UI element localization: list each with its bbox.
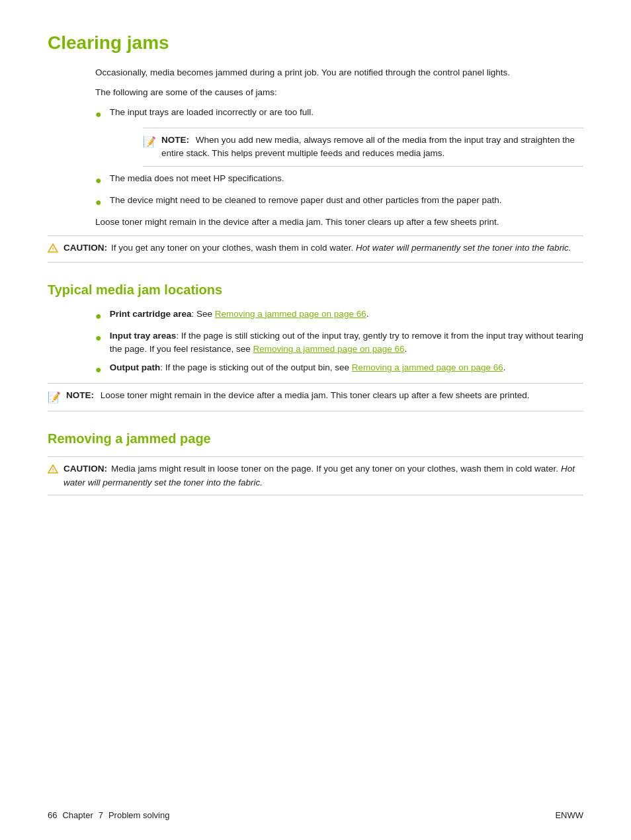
bullet-dot-1: ● [95,106,102,122]
section2-text-before-link-3: : If the page is sticking out of the out… [160,362,352,372]
section2-bullet-item-3: ● Output path: If the page is sticking o… [95,361,583,378]
section2-link-1[interactable]: Removing a jammed page on page 66 [215,309,366,319]
footer-right: ENWW [555,810,583,820]
chapter-title: Clearing jams [48,32,583,54]
caution-label-1: CAUTION: [63,243,107,253]
bullet-item-2: ● The media does not meet HP specificati… [95,172,583,189]
section2-bullet-text-2: Input tray areas: If the page is still s… [110,329,583,357]
section2-term-2: Input tray areas [110,331,177,341]
footer-chapter-number: 7 [99,810,103,820]
caution-text-1: If you get any toner on your clothes, wa… [111,243,353,253]
caution-box-1: ! CAUTION:If you get any toner on your c… [48,235,583,263]
section3-title: Removing a jammed page [48,430,583,447]
section2-link-2[interactable]: Removing a jammed page on page 66 [253,344,405,354]
note-text-1: When you add new media, always remove al… [161,135,575,158]
section2-text-after-link-2: . [404,344,407,354]
section2-bullet-dot-1: ● [95,308,102,324]
bullet-text-2: The media does not meet HP specification… [110,172,583,185]
footer-chapter-title: Problem solving [108,810,170,820]
note-icon-2: 📝 [48,390,61,405]
footer-left: 66 Chapter 7 Problem solving [48,810,169,820]
section2-bullet-text-3: Output path: If the page is sticking out… [110,361,583,374]
footer-page-number: 66 [48,810,57,820]
svg-text:!: ! [52,246,54,252]
intro-paragraph-2: The following are some of the causes of … [95,86,583,99]
bullet-dot-2: ● [95,173,102,189]
section2-bullet-text-1: Print cartridge area: See Removing a jam… [110,308,583,321]
caution-box-2: ! CAUTION:Media jams might result in loo… [48,456,583,495]
note-label-2: NOTE: [66,390,94,400]
section2-bullet-dot-2: ● [95,330,102,346]
note-box-2: 📝 NOTE: Loose toner might remain in the … [48,383,583,411]
section2-text-before-link-1: : See [191,309,214,319]
section2-text-after-link-3: . [503,362,506,372]
note-label-1: NOTE: [161,135,189,145]
section2-term-1: Print cartridge area [110,309,192,319]
svg-text:!: ! [52,467,54,473]
bullet-item-3: ● The device might need to be cleaned to… [95,194,583,210]
section2-term-3: Output path [110,362,160,372]
note-box-1: 📝 NOTE: When you add new media, always r… [143,128,583,167]
caution-triangle-icon-2: ! [48,464,58,478]
section2-link-3[interactable]: Removing a jammed page on page 66 [352,362,503,372]
footer-chapter-label: Chapter [62,810,93,820]
section2-title: Typical media jam locations [48,281,583,298]
section2-bullet-list: ● Print cartridge area: See Removing a j… [95,308,583,378]
section2-bullet-item-1: ● Print cartridge area: See Removing a j… [95,308,583,324]
caution-text-2: Media jams might result in loose toner o… [111,464,558,474]
caution-italic-1: Hot water will permanently set the toner… [356,243,571,253]
caution-triangle-icon-1: ! [48,243,58,257]
section2-text-after-link-1: . [366,309,369,319]
causes-list: ● The input trays are loaded incorrectly… [95,106,583,210]
page-container: Clearing jams Occasionally, media become… [0,0,631,840]
section2-bullet-item-2: ● Input tray areas: If the page is still… [95,329,583,357]
bullet-text-1: The input trays are loaded incorrectly o… [110,106,583,119]
section2-bullet-dot-3: ● [95,362,102,378]
page-footer: 66 Chapter 7 Problem solving ENWW [0,810,631,820]
loose-toner-text: Loose toner might remain in the device a… [95,216,583,229]
bullet-item-1: ● The input trays are loaded incorrectly… [95,106,583,122]
note-icon-1: 📝 [143,134,156,150]
caution-content-1: CAUTION:If you get any toner on your clo… [63,241,571,255]
note-content-2: NOTE: Loose toner might remain in the de… [66,389,530,402]
note-content-1: NOTE: When you add new media, always rem… [161,134,583,161]
bullet-text-3: The device might need to be cleaned to r… [110,194,583,207]
caution-label-2: CAUTION: [63,464,107,474]
bullet-dot-3: ● [95,194,102,210]
note-text-2: Loose toner might remain in the device a… [101,390,530,400]
footer-enww: ENWW [555,810,583,820]
caution-content-2: CAUTION:Media jams might result in loose… [63,462,583,489]
intro-paragraph-1: Occasionally, media becomes jammed durin… [95,66,583,79]
